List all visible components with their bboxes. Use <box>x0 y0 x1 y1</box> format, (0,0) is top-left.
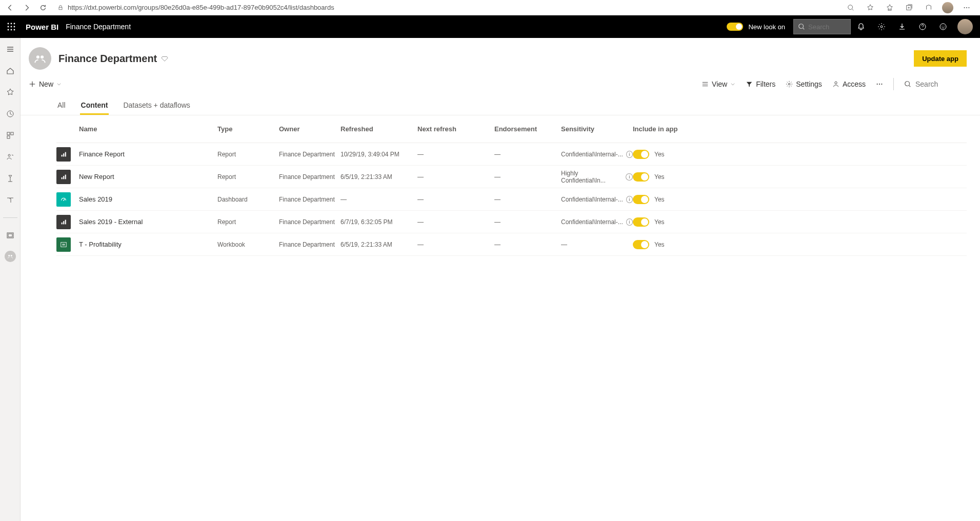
info-icon[interactable]: i <box>626 218 633 226</box>
notifications-icon[interactable] <box>851 15 871 38</box>
access-button[interactable]: Access <box>832 80 866 88</box>
svg-point-4 <box>966 7 967 8</box>
new-button[interactable]: New <box>29 80 62 88</box>
info-icon[interactable]: i <box>626 196 633 203</box>
tab-all[interactable]: All <box>56 97 67 115</box>
include-toggle[interactable] <box>633 172 649 182</box>
table-row[interactable]: New ReportReportFinance Department6/5/19… <box>56 166 967 188</box>
tab-datasets[interactable]: Datasets + dataflows <box>122 97 191 115</box>
info-icon[interactable]: i <box>626 151 633 158</box>
table-row[interactable]: Sales 2019 - ExternalReportFinance Depar… <box>56 211 967 233</box>
refresh-button[interactable] <box>37 2 49 14</box>
new-look-toggle[interactable]: New look on <box>727 23 785 31</box>
content-search[interactable] <box>904 80 967 88</box>
item-owner: Finance Department <box>279 173 341 181</box>
item-endorsement: — <box>494 196 561 203</box>
svg-point-20 <box>944 26 944 26</box>
global-search[interactable] <box>793 19 851 34</box>
item-refreshed: — <box>341 196 417 203</box>
col-refreshed[interactable]: Refreshed <box>341 125 417 133</box>
help-icon[interactable] <box>912 15 933 38</box>
include-toggle[interactable] <box>633 240 649 249</box>
include-toggle[interactable] <box>633 217 649 227</box>
profile-avatar[interactable] <box>942 2 953 13</box>
favorites-icon[interactable] <box>884 2 896 14</box>
star-outline-icon[interactable] <box>864 2 876 14</box>
workspace-page: Finance Department Update app New View F… <box>21 38 980 521</box>
nav-recent-icon[interactable] <box>4 108 16 120</box>
nav-favorites-icon[interactable] <box>4 86 16 98</box>
lock-icon <box>57 5 64 11</box>
breadcrumb[interactable]: Finance Department <box>66 23 131 31</box>
extension-icon[interactable] <box>923 2 935 14</box>
item-type: Report <box>217 173 279 181</box>
svg-rect-38 <box>62 154 63 156</box>
app-top-nav: Power BI Finance Department New look on <box>0 15 980 38</box>
filters-button[interactable]: Filters <box>746 80 775 88</box>
nav-workspaces-icon[interactable] <box>4 229 16 242</box>
col-name[interactable]: Name <box>79 125 217 133</box>
workbook-icon <box>56 237 71 252</box>
item-type: Report <box>217 218 279 226</box>
user-avatar[interactable] <box>957 19 973 34</box>
item-owner: Finance Department <box>279 241 341 248</box>
app-launcher-icon[interactable] <box>0 15 23 38</box>
col-endorsement[interactable]: Endorsement <box>494 125 561 133</box>
col-owner[interactable]: Owner <box>279 125 341 133</box>
item-owner: Finance Department <box>279 151 341 158</box>
svg-point-30 <box>36 55 39 58</box>
table-row[interactable]: T - ProfitabilityWorkbookFinance Departm… <box>56 233 967 256</box>
svg-point-5 <box>968 7 969 8</box>
workspace-avatar-icon <box>29 47 51 70</box>
include-label: Yes <box>654 151 665 158</box>
item-type: Report <box>217 151 279 158</box>
back-button[interactable] <box>4 2 16 14</box>
item-type: Dashboard <box>217 196 279 203</box>
brand-label[interactable]: Power BI <box>23 23 66 31</box>
svg-point-16 <box>881 26 883 28</box>
new-look-label: New look on <box>748 23 785 31</box>
include-toggle[interactable] <box>633 195 649 204</box>
collections-icon[interactable] <box>903 2 915 14</box>
more-icon[interactable] <box>961 2 973 14</box>
person-icon <box>832 81 839 88</box>
col-type[interactable]: Type <box>217 125 279 133</box>
nav-menu-icon[interactable] <box>4 43 16 55</box>
nav-current-workspace-icon[interactable] <box>5 251 16 262</box>
svg-point-15 <box>799 24 804 29</box>
settings-icon[interactable] <box>871 15 892 38</box>
address-bar[interactable]: https://dxt.powerbi.com/groups/80e26d0a-… <box>53 4 841 11</box>
svg-point-10 <box>11 26 12 28</box>
include-toggle[interactable] <box>633 150 649 159</box>
nav-learn-icon[interactable] <box>4 194 16 206</box>
col-sensitivity[interactable]: Sensitivity <box>561 125 633 133</box>
update-app-button[interactable]: Update app <box>914 50 967 67</box>
svg-point-9 <box>8 26 9 28</box>
nav-deployment-icon[interactable] <box>4 172 16 185</box>
svg-point-25 <box>8 154 10 156</box>
tab-content[interactable]: Content <box>80 97 109 115</box>
view-button[interactable]: View <box>702 80 735 88</box>
feedback-icon[interactable] <box>933 15 953 38</box>
download-icon[interactable] <box>892 15 912 38</box>
col-next-refresh[interactable]: Next refresh <box>417 125 494 133</box>
info-icon[interactable]: i <box>626 173 633 181</box>
item-next-refresh: — <box>417 241 494 248</box>
nav-apps-icon[interactable] <box>4 129 16 142</box>
nav-shared-icon[interactable] <box>4 151 16 163</box>
more-options-button[interactable] <box>876 81 883 88</box>
item-refreshed: 6/7/19, 6:32:05 PM <box>341 218 417 226</box>
col-include[interactable]: Include in app <box>633 125 725 133</box>
table-row[interactable]: Finance ReportReportFinance Department10… <box>56 143 967 166</box>
forward-button[interactable] <box>21 2 33 14</box>
nav-home-icon[interactable] <box>4 65 16 77</box>
content-search-input[interactable] <box>915 80 967 88</box>
table-row[interactable]: Sales 2019DashboardFinance Department———… <box>56 188 967 211</box>
global-search-input[interactable] <box>808 23 844 31</box>
zoom-icon[interactable] <box>845 2 857 14</box>
item-refreshed: 6/5/19, 2:21:33 AM <box>341 173 417 181</box>
item-sensitivity: Confidential\Internal-...i <box>561 151 633 158</box>
settings-button[interactable]: Settings <box>786 80 822 88</box>
include-label: Yes <box>654 241 665 248</box>
item-next-refresh: — <box>417 173 494 181</box>
